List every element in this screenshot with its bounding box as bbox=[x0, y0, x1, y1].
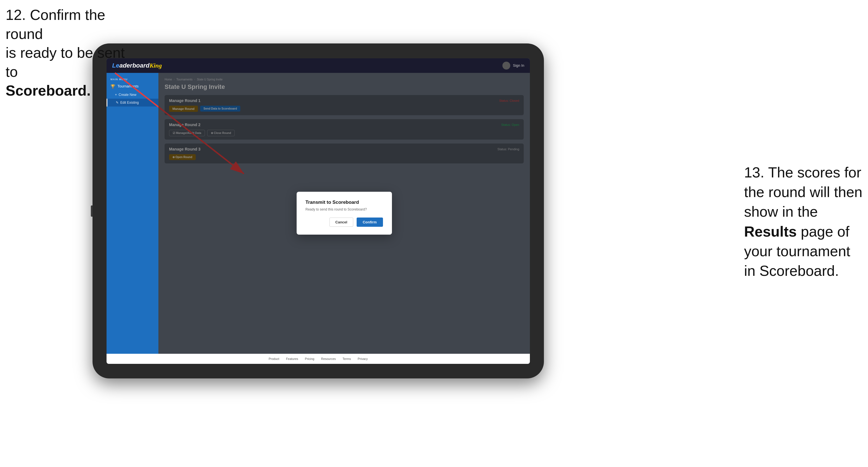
annotation-right-rest: page of bbox=[797, 223, 849, 240]
annotation-top-left: 12. Confirm the round is ready to be sen… bbox=[6, 6, 140, 100]
edit-existing-label: Edit Existing bbox=[120, 101, 139, 104]
modal-confirm-button[interactable]: Confirm bbox=[356, 218, 383, 227]
annotation-line1: 12. Confirm the round bbox=[6, 7, 105, 42]
footer-product[interactable]: Product bbox=[269, 357, 279, 361]
app-container: LeaderboardKing Sign In MAIN MENU 🏆 bbox=[106, 58, 530, 364]
tablet-screen: LeaderboardKing Sign In MAIN MENU 🏆 bbox=[106, 58, 530, 364]
annotation-line3: Scoreboard. bbox=[6, 83, 91, 99]
annotation-right-line3: show in the bbox=[744, 204, 818, 220]
sign-in-button[interactable]: Sign In bbox=[513, 63, 524, 67]
modal-subtitle: Ready to send this round to Scoreboard? bbox=[306, 208, 383, 211]
header-right: Sign In bbox=[502, 62, 524, 69]
annotation-right-line1: 13. The scores for bbox=[744, 164, 861, 181]
annotation-line2: is ready to be sent to bbox=[6, 44, 125, 80]
footer-terms[interactable]: Terms bbox=[343, 357, 351, 361]
modal-cancel-button[interactable]: Cancel bbox=[330, 218, 353, 227]
annotation-right-bold: Results bbox=[744, 223, 797, 240]
app-body: MAIN MENU 🏆 Tournaments + Create New ✎ E… bbox=[106, 73, 530, 354]
annotation-right-line5: your tournament bbox=[744, 243, 850, 259]
modal-title: Transmit to Scoreboard bbox=[306, 199, 383, 205]
modal-overlay: Transmit to Scoreboard Ready to send thi… bbox=[158, 73, 530, 354]
annotation-right: 13. The scores for the round will then s… bbox=[744, 163, 862, 281]
tablet-shell: LeaderboardKing Sign In MAIN MENU 🏆 bbox=[93, 43, 544, 378]
footer-features[interactable]: Features bbox=[286, 357, 298, 361]
modal-actions: Cancel Confirm bbox=[306, 218, 383, 227]
footer-pricing[interactable]: Pricing bbox=[305, 357, 315, 361]
footer-resources[interactable]: Resources bbox=[321, 357, 336, 361]
tablet-side-button bbox=[91, 206, 93, 217]
main-content: Home › Tournaments › State U Spring Invi… bbox=[158, 73, 530, 354]
sign-in-label: Sign In bbox=[513, 63, 524, 67]
annotation-right-line2: the round will then bbox=[744, 184, 862, 200]
edit-icon: ✎ bbox=[116, 101, 119, 104]
modal-box: Transmit to Scoreboard Ready to send thi… bbox=[297, 192, 392, 235]
app-header: LeaderboardKing Sign In bbox=[106, 58, 530, 73]
footer-privacy[interactable]: Privacy bbox=[358, 357, 368, 361]
user-avatar bbox=[502, 62, 510, 69]
app-footer: Product Features Pricing Resources Terms… bbox=[106, 354, 530, 364]
annotation-right-line6: in Scoreboard. bbox=[744, 263, 839, 279]
sidebar: MAIN MENU 🏆 Tournaments + Create New ✎ E… bbox=[106, 73, 158, 354]
